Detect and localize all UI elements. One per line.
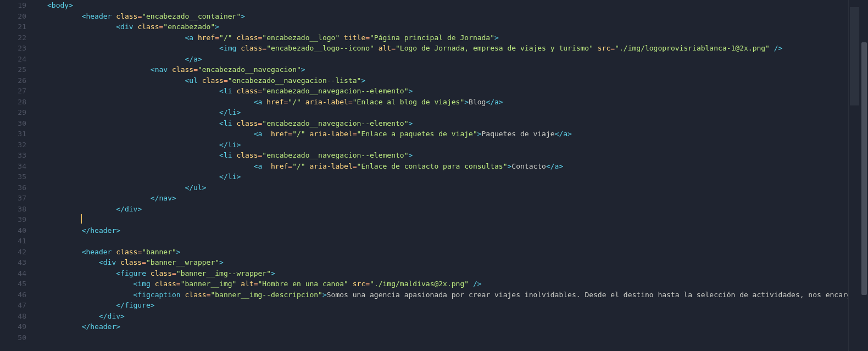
code-line[interactable]: <li class="encabezado__navegacion--eleme…: [36, 150, 848, 161]
code-line[interactable]: <img class="banner__img" alt="Hombre en …: [36, 278, 848, 289]
line-number: 32: [0, 140, 36, 151]
code-line[interactable]: <a href="/" aria-label="Enlace de contac…: [36, 161, 848, 172]
line-number: 31: [0, 129, 36, 140]
code-line[interactable]: <figure class="banner__img--wrapper">: [36, 268, 848, 279]
line-number: 23: [0, 43, 36, 54]
line-number: 49: [0, 321, 36, 332]
line-number: 44: [0, 268, 36, 279]
line-number-gutter: 1920212223242526272829303132333435363738…: [0, 0, 36, 351]
line-number: 24: [0, 54, 36, 65]
line-number: 35: [0, 171, 36, 182]
line-number: 42: [0, 247, 36, 258]
code-line[interactable]: <figcaption class="banner__img--descripc…: [36, 289, 848, 300]
line-number: 50: [0, 332, 36, 343]
code-line[interactable]: <div class="encabezado">: [36, 21, 848, 32]
code-line[interactable]: </ul>: [36, 182, 848, 193]
line-number: 22: [0, 32, 36, 43]
code-line[interactable]: </header>: [36, 225, 848, 236]
code-line[interactable]: <li class="encabezado__navegacion--eleme…: [36, 118, 848, 129]
line-number: 47: [0, 300, 36, 311]
line-number: 37: [0, 193, 36, 204]
code-line[interactable]: <a href="/" aria-label="Enlace a paquete…: [36, 129, 848, 140]
code-line[interactable]: </li>: [36, 140, 848, 151]
code-line[interactable]: </div>: [36, 311, 848, 322]
code-line[interactable]: <a href="/" class="encabezado__logo" tit…: [36, 32, 848, 43]
vertical-scrollbar-thumb[interactable]: [861, 42, 867, 295]
line-number: 45: [0, 278, 36, 289]
code-line[interactable]: <ul class="encabezado__navegacion--lista…: [36, 75, 848, 86]
code-line[interactable]: <img class="encabezado__logo--icono" alt…: [36, 43, 848, 54]
code-line[interactable]: [36, 214, 848, 225]
line-number: 46: [0, 289, 36, 300]
code-line[interactable]: <nav class="encabezado__navegacion">: [36, 64, 848, 75]
line-number: 43: [0, 257, 36, 268]
code-line[interactable]: <body>: [36, 0, 848, 11]
line-number: 41: [0, 236, 36, 247]
vertical-scrollbar[interactable]: [860, 0, 868, 351]
code-line[interactable]: <header class="banner">: [36, 247, 848, 258]
code-area[interactable]: <body> <header class="encabezado__contai…: [36, 0, 848, 351]
line-number: 38: [0, 204, 36, 215]
line-number: 27: [0, 86, 36, 97]
line-number: 39: [0, 214, 36, 225]
code-line[interactable]: <li class="encabezado__navegacion--eleme…: [36, 86, 848, 97]
code-line[interactable]: </div>: [36, 204, 848, 215]
code-line[interactable]: <header class="encabezado__container">: [36, 11, 848, 22]
line-number: 20: [0, 11, 36, 22]
minimap[interactable]: [848, 0, 860, 351]
code-line[interactable]: <div class="banner__wrapper">: [36, 257, 848, 268]
code-line[interactable]: </header>: [36, 321, 848, 332]
code-line[interactable]: </a>: [36, 54, 848, 65]
text-cursor: [81, 214, 82, 224]
line-number: 40: [0, 225, 36, 236]
line-number: 34: [0, 161, 36, 172]
line-number: 19: [0, 0, 36, 11]
line-number: 28: [0, 97, 36, 108]
code-line[interactable]: <a href="/" aria-label="Enlace al blog d…: [36, 97, 848, 108]
line-number: 26: [0, 75, 36, 86]
code-line[interactable]: </figure>: [36, 300, 848, 311]
minimap-viewport[interactable]: [850, 7, 859, 105]
line-number: 48: [0, 311, 36, 322]
line-number: 21: [0, 21, 36, 32]
line-number: 29: [0, 107, 36, 118]
line-number: 33: [0, 150, 36, 161]
code-line[interactable]: </li>: [36, 171, 848, 182]
code-line[interactable]: [36, 332, 848, 343]
line-number: 36: [0, 182, 36, 193]
code-line[interactable]: </li>: [36, 107, 848, 118]
line-number: 30: [0, 118, 36, 129]
code-editor[interactable]: 1920212223242526272829303132333435363738…: [0, 0, 868, 351]
code-line[interactable]: [36, 236, 848, 247]
line-number: 25: [0, 64, 36, 75]
code-line[interactable]: </nav>: [36, 193, 848, 204]
